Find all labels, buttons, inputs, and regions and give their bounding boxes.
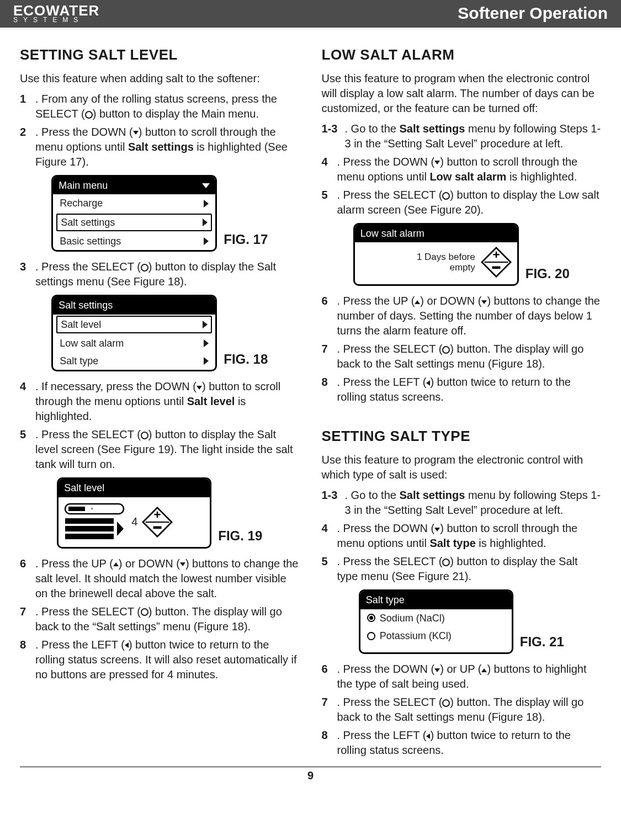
step-1-3: 1-3 . Go to the Salt settings menu by fo… — [322, 488, 602, 518]
step-text: . Press the DOWN () button to scroll thr… — [337, 521, 602, 551]
figure-label: FIG. 19 — [218, 527, 262, 548]
menu-row-basic-settings: Basic settings — [53, 232, 215, 250]
up-icon — [481, 668, 487, 672]
step-text: . Press the DOWN () button to scroll thr… — [35, 125, 300, 169]
header-title: Softener Operation — [458, 4, 608, 23]
step-text: . Press the UP () or DOWN () buttons to … — [337, 294, 602, 338]
svg-marker-6 — [117, 522, 124, 536]
select-icon — [442, 346, 450, 354]
step-num: 5 — [20, 427, 35, 472]
figure-label: FIG. 21 — [520, 633, 564, 654]
step-text: . Press the SELECT () button to display … — [337, 554, 602, 584]
step-6: 6 . Press the UP () or DOWN () buttons t… — [20, 556, 300, 601]
option-potassium: Potassium (KCl) — [360, 627, 512, 645]
down-icon — [180, 562, 185, 566]
step-6: 6 . Press the DOWN () or UP () buttons t… — [322, 662, 602, 692]
down-icon — [481, 300, 487, 304]
step-4: 4 . Press the DOWN () button to scroll t… — [322, 155, 602, 184]
lcd-body: 1 Days before empty + — [355, 242, 517, 284]
svg-rect-1 — [68, 507, 85, 511]
up-icon — [415, 300, 420, 304]
down-icon — [434, 528, 440, 531]
days-before-empty-text: 1 Days before empty — [417, 252, 475, 273]
svg-rect-3 — [65, 518, 114, 524]
step-num: 2 — [20, 125, 35, 169]
svg-rect-4 — [65, 526, 114, 531]
step-3: 3 . Press the SELECT () button to displa… — [20, 259, 300, 289]
right-column: LOW SALT ALARM Use this feature to progr… — [322, 42, 602, 761]
lcd-title: Salt level — [59, 479, 210, 497]
step-text: . Press the DOWN () button to scroll thr… — [337, 155, 602, 184]
step-5: 5 . Press the SELECT () button to displa… — [20, 427, 300, 472]
intro-text: Use this feature when adding salt to the… — [20, 71, 300, 86]
step-4: 4 . If necessary, press the DOWN () butt… — [20, 379, 300, 424]
menu-row-low-salt-alarm: Low salt alarm — [53, 334, 215, 352]
step-text: . Press the SELECT () button to display … — [337, 188, 602, 217]
menu-row-salt-level: Salt level — [56, 316, 212, 333]
step-4: 4 . Press the DOWN () button to scroll t… — [322, 521, 602, 551]
figure-18: Salt settings Salt level Low salt alarm … — [20, 295, 300, 371]
scroll-down-icon — [202, 183, 210, 188]
step-5: 5 . Press the SELECT () button to displa… — [322, 554, 602, 584]
left-column: SETTING SALT LEVEL Use this feature when… — [20, 42, 300, 761]
step-1-3: 1-3 . Go to the Salt settings menu by fo… — [322, 121, 602, 151]
step-8: 8 . Press the LEFT () button twice to re… — [20, 637, 300, 682]
figure-17: Main menu Recharge Salt settings Basic s… — [20, 175, 300, 252]
step-text: . From any of the rolling status screens… — [35, 92, 300, 121]
select-icon — [141, 608, 148, 616]
page-number: 9 — [20, 767, 601, 789]
chevron-right-icon — [204, 339, 209, 347]
select-icon — [442, 559, 450, 566]
step-text: . Press the UP () or DOWN () buttons to … — [35, 556, 300, 601]
step-num: 6 — [322, 294, 337, 338]
select-icon — [141, 264, 148, 272]
up-icon — [113, 562, 119, 566]
menu-row-salt-settings: Salt settings — [56, 214, 212, 231]
step-num: 1-3 — [322, 488, 345, 518]
step-num: 5 — [322, 188, 337, 217]
menu-row-recharge: Recharge — [53, 194, 215, 212]
step-num: 7 — [322, 695, 337, 725]
down-icon — [434, 161, 440, 164]
step-num: 8 — [20, 637, 35, 682]
step-1: 1 . From any of the rolling status scree… — [20, 92, 300, 121]
step-num: 6 — [322, 662, 337, 692]
step-num: 4 — [322, 155, 337, 184]
lcd-salt-type: Salt type Sodium (NaCl) Potassium (KCl) — [359, 589, 513, 654]
step-num: 8 — [322, 375, 337, 405]
down-icon — [434, 668, 440, 672]
intro-text: Use this feature to program the electron… — [322, 453, 602, 482]
radio-unselected-icon — [367, 632, 375, 640]
step-text: . Press the LEFT () button twice to retu… — [35, 637, 300, 682]
lcd-main-menu: Main menu Recharge Salt settings Basic s… — [51, 175, 217, 252]
svg-rect-14 — [492, 267, 500, 269]
chevron-right-icon — [204, 357, 209, 365]
step-text: . Press the SELECT () button. The displa… — [35, 604, 300, 634]
step-text: . If necessary, press the DOWN () button… — [35, 379, 300, 424]
lcd-title: Low salt alarm — [355, 225, 517, 242]
step-text: . Go to the Salt settings menu by follow… — [345, 488, 602, 518]
lcd-salt-settings: Salt settings Salt level Low salt alarm … — [51, 295, 217, 371]
step-7: 7 . Press the SELECT () button. The disp… — [322, 342, 602, 371]
step-8: 8 . Press the LEFT () button twice to re… — [322, 728, 602, 758]
brand-logo: ECOWATER SYSTEMS — [13, 3, 99, 23]
step-num: 7 — [322, 342, 337, 371]
step-num: 1-3 — [322, 121, 345, 151]
step-text: . Go to the Salt settings menu by follow… — [345, 121, 602, 151]
svg-rect-10 — [153, 526, 162, 529]
lcd-title: Salt settings — [53, 296, 215, 314]
down-icon — [133, 131, 139, 135]
plus-minus-icon: + — [481, 247, 512, 278]
svg-text:+: + — [154, 508, 161, 522]
step-text: . Press the SELECT () button. The displa… — [337, 342, 602, 371]
salt-level-body: + 4 + — [59, 497, 210, 547]
step-5: 5 . Press the SELECT () button to displa… — [322, 188, 602, 217]
lcd-low-salt-alarm: Low salt alarm 1 Days before empty + — [353, 223, 519, 286]
step-num: 7 — [20, 604, 35, 634]
chevron-right-icon — [203, 219, 208, 226]
figure-20: Low salt alarm 1 Days before empty + FIG… — [322, 223, 602, 286]
left-icon — [125, 642, 129, 648]
step-num: 3 — [20, 259, 35, 289]
page-header: ECOWATER SYSTEMS Softener Operation — [0, 0, 621, 28]
svg-text:+: + — [492, 248, 500, 262]
